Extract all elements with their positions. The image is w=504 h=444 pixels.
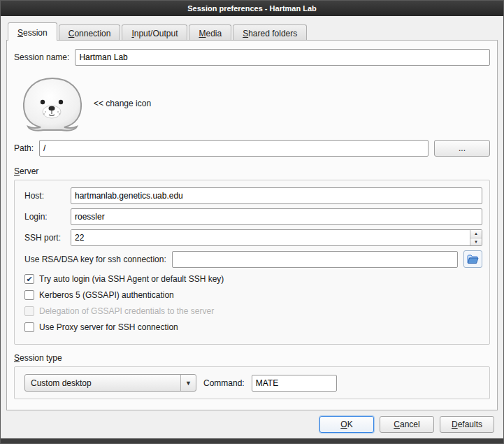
proxy-checkbox-row[interactable]: Use Proxy server for SSH connection: [24, 322, 482, 332]
gssapi-delegation-label: Delegation of GSSAPI credentials to the …: [39, 306, 214, 316]
session-seal-icon[interactable]: [21, 76, 84, 131]
session-type-group-label: Session type: [14, 353, 490, 363]
session-name-input[interactable]: [75, 49, 490, 66]
host-input[interactable]: [71, 187, 482, 204]
title-bar[interactable]: Session preferences - Hartman Lab: [1, 1, 503, 16]
auto-login-checkbox[interactable]: ✔: [24, 274, 34, 284]
session-name-label: Session name:: [14, 52, 69, 62]
rsa-key-browse-button[interactable]: [463, 250, 482, 268]
ssh-port-input[interactable]: [71, 230, 470, 245]
dialog-footer: OK Cancel Defaults: [1, 410, 503, 438]
folder-open-icon: [467, 255, 479, 264]
auto-login-label: Try auto login (via SSH Agent or default…: [39, 274, 224, 284]
gssapi-delegation-checkbox-row: Delegation of GSSAPI credentials to the …: [24, 306, 482, 316]
tab-media[interactable]: Media: [189, 24, 231, 41]
path-browse-button[interactable]: ...: [434, 140, 490, 157]
session-preferences-dialog: Session preferences - Hartman Lab Sessio…: [0, 0, 504, 444]
ssh-port-label: SSH port:: [24, 233, 65, 243]
seal-mascot-icon: [21, 76, 84, 131]
change-icon-link[interactable]: << change icon: [94, 99, 151, 108]
login-input[interactable]: [71, 208, 482, 225]
path-input[interactable]: [39, 140, 429, 157]
tab-bar: Session Connection Input/Output Media Sh…: [1, 16, 503, 40]
gssapi-delegation-checkbox: [24, 306, 34, 316]
server-group: Host: Login: SSH port: ▲ ▼ Use RSA/DSA: [14, 180, 490, 345]
proxy-label: Use Proxy server for SSH connection: [39, 322, 178, 332]
host-label: Host:: [24, 191, 65, 201]
cancel-button[interactable]: Cancel: [380, 416, 434, 433]
proxy-checkbox[interactable]: [24, 322, 34, 332]
tab-connection[interactable]: Connection: [59, 24, 121, 41]
server-group-label: Server: [14, 166, 490, 176]
session-type-dropdown[interactable]: Custom desktop ▼: [24, 374, 196, 392]
kerberos-checkbox-row[interactable]: Kerberos 5 (GSSAPI) authentication: [24, 290, 482, 300]
command-label: Command:: [203, 378, 245, 388]
session-type-group: Custom desktop ▼ Command:: [14, 366, 490, 399]
spin-down-icon[interactable]: ▼: [470, 238, 482, 246]
tab-input-output[interactable]: Input/Output: [122, 24, 187, 41]
session-tab-panel: Session name:: [6, 40, 498, 410]
rsa-key-label: Use RSA/DSA key for ssh connection:: [24, 255, 166, 264]
window-bottom-edge: [1, 438, 503, 443]
ssh-port-spinner: ▲ ▼: [71, 229, 482, 246]
defaults-button[interactable]: Defaults: [440, 416, 494, 433]
rsa-key-input[interactable]: [172, 251, 458, 268]
tab-session[interactable]: Session: [8, 22, 57, 41]
spin-up-icon[interactable]: ▲: [470, 230, 482, 238]
auto-login-checkbox-row[interactable]: ✔ Try auto login (via SSH Agent or defau…: [24, 274, 482, 284]
ok-button[interactable]: OK: [319, 416, 374, 433]
tab-shared-folders[interactable]: Shared folders: [233, 24, 307, 41]
command-input[interactable]: [252, 375, 337, 392]
dropdown-arrow-icon: ▼: [180, 375, 196, 391]
path-label: Path:: [14, 143, 34, 153]
kerberos-label: Kerberos 5 (GSSAPI) authentication: [39, 290, 174, 300]
window-title: Session preferences - Hartman Lab: [187, 4, 317, 13]
login-label: Login:: [24, 212, 65, 222]
session-type-selected: Custom desktop: [25, 378, 180, 388]
kerberos-checkbox[interactable]: [24, 290, 34, 300]
